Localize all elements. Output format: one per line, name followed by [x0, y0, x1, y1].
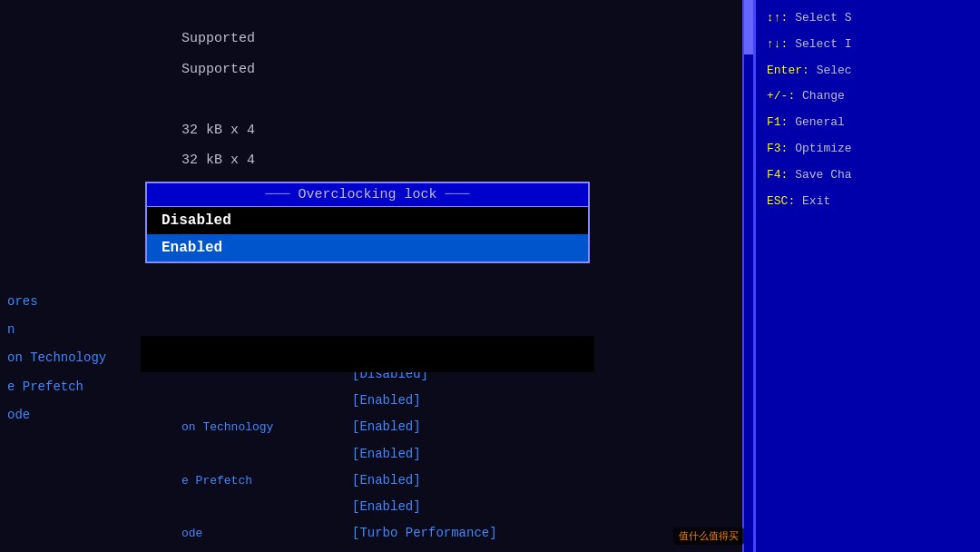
- help-item-6: F4: Save Cha: [767, 166, 969, 185]
- help-key-6: F4:: [767, 168, 788, 182]
- menu-item-6: ode [Turbo Performance]: [181, 522, 497, 545]
- cache-line-3: 32 kB x 4: [181, 119, 263, 143]
- menu-item-1: [Enabled]: [181, 389, 497, 412]
- left-label-4: ode: [7, 404, 106, 427]
- menu-item-label-6: ode: [181, 523, 345, 544]
- help-key-5: F3:: [767, 142, 788, 155]
- menu-item-3: [Enabled]: [181, 443, 497, 466]
- help-item-0: ↕↑: Select S: [767, 9, 969, 28]
- help-text-1: Select I: [795, 37, 851, 51]
- menu-item-4: e Prefetch [Enabled]: [181, 469, 497, 492]
- menu-item-value-5: [Enabled]: [352, 496, 421, 518]
- help-text-7: Exit: [802, 194, 830, 208]
- left-label-2: on Technology: [7, 347, 106, 370]
- menu-item-value-3: [Enabled]: [352, 443, 421, 466]
- main-content: Supported Supported 32 kB x 4 32 kB x 4 …: [0, 0, 753, 552]
- left-label-1: n: [7, 319, 106, 341]
- menu-item-value-6: [Turbo Performance]: [352, 522, 497, 545]
- help-item-4: F1: General: [767, 113, 969, 133]
- menu-item-label-2: on Technology: [181, 417, 345, 438]
- help-sidebar: ↕↑: Select S ↑↓: Select I Enter: Selec +…: [753, 0, 980, 552]
- help-key-7: ESC:: [767, 194, 795, 208]
- help-text-6: Save Cha: [795, 168, 851, 182]
- help-text-3: Change: [802, 89, 845, 103]
- help-item-5: F3: Optimize: [767, 140, 969, 159]
- menu-item-2: on Technology [Enabled]: [181, 416, 497, 439]
- left-label-3: e Prefetch: [7, 376, 106, 399]
- help-item-2: Enter: Selec: [767, 62, 969, 81]
- help-text-4: General: [795, 115, 845, 129]
- help-key-1: ↑↓:: [767, 37, 788, 51]
- help-key-2: Enter:: [767, 64, 809, 77]
- menu-item-value-4: [Enabled]: [352, 469, 421, 492]
- watermark: 值什么值得买: [673, 527, 744, 545]
- help-item-3: +/-: Change: [767, 87, 969, 106]
- scrollbar-thumb[interactable]: [744, 0, 753, 54]
- menu-item-5: [Enabled]: [181, 496, 497, 518]
- help-key-3: +/-:: [767, 89, 795, 103]
- oc-dialog-title: Overclocking lock: [147, 183, 588, 207]
- help-key-0: ↕↑:: [767, 11, 788, 25]
- left-labels: ores n on Technology e Prefetch ode: [0, 291, 106, 432]
- help-item-1: ↑↓: Select I: [767, 35, 969, 54]
- menu-item-value-1: [Enabled]: [352, 389, 421, 412]
- menu-item-value-2: [Enabled]: [352, 416, 421, 439]
- oc-lock-dialog[interactable]: Overclocking lock Disabled Enabled: [145, 182, 590, 263]
- help-item-7: ESC: Exit: [767, 192, 969, 212]
- bios-screen: Supported Supported 32 kB x 4 32 kB x 4 …: [0, 0, 980, 552]
- menu-item-label-4: e Prefetch: [181, 470, 345, 491]
- help-text-5: Optimize: [795, 142, 851, 155]
- cache-line-4: 32 kB x 4: [181, 149, 263, 172]
- help-text-2: Selec: [817, 64, 852, 77]
- cache-line-1: Supported: [181, 27, 263, 51]
- left-label-0: ores: [7, 291, 106, 313]
- oc-option-disabled[interactable]: Disabled: [147, 207, 588, 234]
- black-band: [141, 336, 594, 372]
- scrollbar[interactable]: [742, 0, 753, 552]
- cache-line-spacer: [181, 88, 263, 112]
- menu-items-list: [Disabled] [Enabled] on Technology [Enab…: [181, 363, 497, 548]
- oc-option-enabled[interactable]: Enabled: [147, 234, 588, 261]
- help-key-4: F1:: [767, 115, 788, 129]
- cache-line-2: Supported: [181, 58, 263, 82]
- help-text-0: Select S: [795, 11, 851, 25]
